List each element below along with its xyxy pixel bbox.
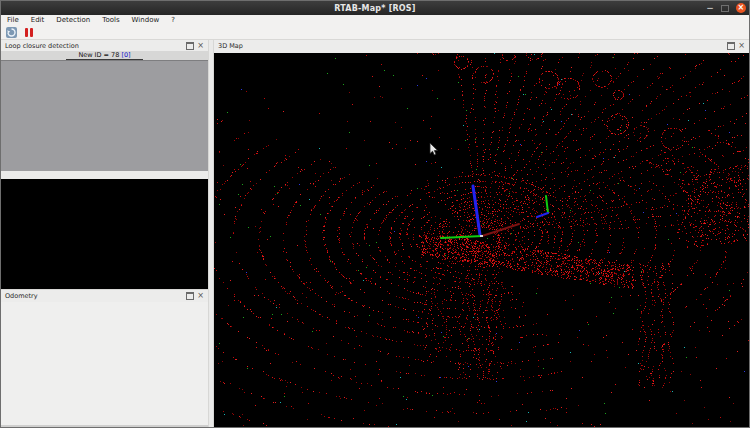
menu-item-file[interactable]: File	[1, 15, 25, 26]
loop-closure-match-image	[1, 179, 208, 289]
map3d-header: 3D Map ×	[214, 40, 749, 51]
menu-item-window[interactable]: Window	[126, 15, 166, 26]
refresh-icon	[6, 27, 17, 38]
minimize-button[interactable]: −	[706, 4, 714, 13]
odometry-title: Odometry	[5, 292, 38, 300]
new-id-bracket: [0]	[121, 51, 130, 59]
odometry-header: Odometry ×	[1, 289, 208, 302]
app-window: RTAB-Map* [ROS] − × File Edit Detection …	[0, 0, 750, 428]
new-id-bar: New ID = 78 [0]	[1, 51, 208, 60]
menu-item-tools[interactable]: Tools	[96, 15, 125, 26]
window-controls: − ×	[706, 1, 746, 15]
loop-closure-image	[1, 60, 208, 171]
toolbar	[1, 26, 749, 40]
loop-closure-title: Loop closure detection	[5, 42, 79, 50]
loop-closure-float-button[interactable]	[186, 42, 194, 50]
map-canvas[interactable]	[214, 53, 749, 428]
maximize-button[interactable]	[721, 5, 729, 12]
map3d-viewport	[214, 53, 749, 428]
pause-icon	[25, 28, 33, 37]
loop-closure-close-button[interactable]: ×	[197, 42, 204, 50]
odometry-view	[1, 302, 208, 425]
new-id-label: New ID = 78	[78, 51, 119, 59]
loop-closure-header: Loop closure detection ×	[1, 40, 208, 51]
menu-item-help[interactable]: ?	[165, 15, 181, 26]
window-title: RTAB-Map* [ROS]	[334, 4, 415, 13]
pause-button[interactable]	[23, 27, 35, 39]
close-button[interactable]: ×	[736, 3, 746, 13]
map3d-title: 3D Map	[218, 42, 243, 50]
menu-item-detection[interactable]: Detection	[50, 15, 96, 26]
map3d-close-button[interactable]: ×	[738, 42, 745, 50]
image-divider	[1, 171, 208, 179]
refresh-button[interactable]	[5, 27, 17, 39]
map3d-float-button[interactable]	[727, 42, 735, 50]
menu-item-edit[interactable]: Edit	[25, 15, 51, 26]
menubar: File Edit Detection Tools Window ?	[1, 15, 749, 26]
odometry-close-button[interactable]: ×	[197, 292, 204, 300]
loop-closure-panel: Loop closure detection × New ID = 78 [0]…	[1, 40, 208, 428]
map3d-panel: 3D Map ×	[214, 40, 749, 428]
odometry-float-button[interactable]	[186, 292, 194, 300]
titlebar: RTAB-Map* [ROS] − ×	[1, 1, 749, 15]
